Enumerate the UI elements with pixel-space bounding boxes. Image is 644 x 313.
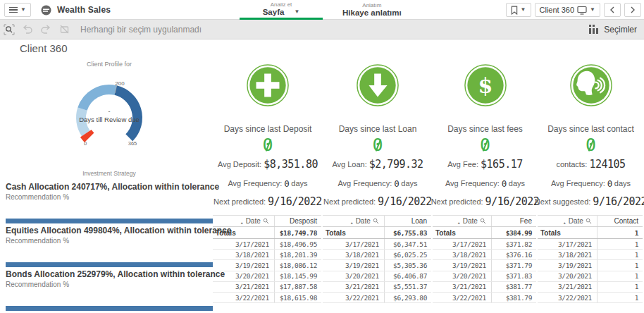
value-cell[interactable]: $371.79: [492, 262, 536, 269]
selections-tool-button[interactable]: Seçimler: [588, 25, 644, 35]
date-cell[interactable]: 3/21/2021: [323, 282, 385, 292]
data-table[interactable]: ▲ Date Contact Totals 1: [538, 215, 643, 303]
date-cell[interactable]: 3/20/2021: [323, 271, 385, 281]
value-cell[interactable]: 1: [597, 262, 643, 269]
value-cell[interactable]: $18,496.95: [275, 240, 321, 248]
value-column-header[interactable]: Contact: [597, 217, 643, 225]
table-row[interactable]: 3/22/2021 1: [538, 293, 643, 303]
bookmarks-button[interactable]: ▼: [506, 3, 531, 17]
allocation-item[interactable]: Cash Allocation 240717%, Allocation with…: [6, 182, 214, 226]
value-column-header[interactable]: Fee: [492, 217, 536, 225]
date-cell[interactable]: 3/17/2021: [323, 239, 385, 249]
date-cell[interactable]: 3/19/2021: [538, 260, 597, 270]
step-forward-button[interactable]: [37, 20, 55, 39]
table-row[interactable]: 3/21/2021 $17,887.58: [213, 282, 321, 293]
table-row[interactable]: 3/19/2021 $18,086.12: [213, 260, 321, 271]
table-row[interactable]: 3/22/2021 $18,615.98: [213, 293, 321, 303]
clear-selections-button[interactable]: [55, 20, 73, 39]
allocation-item[interactable]: Equities Allocation 499804%, Allocation …: [6, 226, 214, 269]
table-row[interactable]: 3/19/2021 $5,305.36: [323, 260, 431, 271]
data-table[interactable]: ▲ Date Fee Totals $384.99: [433, 215, 536, 303]
table-row[interactable]: 3/17/2021 $371.82: [433, 239, 536, 250]
table-row[interactable]: 3/22/2021 $381.79: [433, 293, 536, 303]
global-menu-button[interactable]: ▼: [4, 3, 31, 17]
step-back-button[interactable]: [18, 20, 37, 39]
table-row[interactable]: 3/19/2021 1: [538, 260, 643, 271]
date-cell[interactable]: 3/19/2021: [213, 260, 275, 270]
table-row[interactable]: 3/21/2021 $381.77: [433, 282, 536, 293]
date-cell[interactable]: 3/21/2021: [213, 282, 275, 292]
next-sheet-button[interactable]: [624, 3, 641, 17]
date-column-header[interactable]: Date: [356, 217, 371, 225]
data-table[interactable]: ▲ Date Desposit Totals $18,749.78: [213, 215, 321, 303]
value-cell[interactable]: $6,347.51: [385, 240, 431, 248]
table-row[interactable]: 3/18/2021 1: [538, 250, 643, 260]
value-cell[interactable]: 1: [597, 251, 643, 259]
table-row[interactable]: 3/21/2021 $5,551.37: [323, 282, 431, 293]
date-cell[interactable]: 3/20/2021: [433, 271, 492, 281]
value-cell[interactable]: $18,145.99: [275, 272, 321, 280]
date-cell[interactable]: 3/17/2021: [433, 239, 492, 249]
table-row[interactable]: 3/18/2021 $6,025.25: [323, 250, 431, 260]
table-row[interactable]: 3/17/2021 $18,496.95: [213, 239, 321, 250]
date-cell[interactable]: 3/22/2021: [213, 293, 275, 302]
value-cell[interactable]: $17,887.58: [275, 283, 321, 290]
date-column-header[interactable]: Date: [463, 217, 478, 225]
value-cell[interactable]: 1: [597, 272, 643, 280]
value-cell[interactable]: $371.82: [492, 240, 536, 248]
value-cell[interactable]: $18,086.12: [275, 262, 321, 269]
value-cell[interactable]: $371.83: [492, 272, 536, 280]
date-cell[interactable]: 3/18/2021: [433, 250, 492, 259]
value-cell[interactable]: $6,025.25: [385, 251, 431, 259]
date-cell[interactable]: 3/21/2021: [433, 282, 492, 292]
date-cell[interactable]: 3/22/2021: [323, 293, 385, 302]
column-search-icon[interactable]: [373, 218, 379, 224]
value-column-header[interactable]: Desposit: [275, 217, 321, 225]
value-cell[interactable]: $5,551.37: [385, 283, 431, 290]
table-row[interactable]: 3/20/2021 $371.83: [433, 271, 536, 282]
value-cell[interactable]: $18,615.98: [275, 294, 321, 302]
value-cell[interactable]: $381.79: [492, 294, 536, 302]
date-cell[interactable]: 3/17/2021: [213, 239, 275, 249]
column-search-icon[interactable]: [586, 218, 592, 224]
previous-sheet-button[interactable]: [604, 3, 621, 17]
table-row[interactable]: 3/21/2021 1: [538, 282, 643, 293]
table-row[interactable]: 3/18/2021 $376.16: [433, 250, 536, 260]
sheet-selector-button[interactable]: Client 360 ▼: [535, 3, 600, 17]
date-cell[interactable]: 3/18/2021: [213, 250, 275, 259]
table-row[interactable]: 3/20/2021 $6,406.87: [323, 271, 431, 282]
table-row[interactable]: 3/17/2021 $6,347.51: [323, 239, 431, 250]
date-column-header[interactable]: Date: [569, 217, 583, 225]
value-cell[interactable]: $18,201.39: [275, 251, 321, 259]
date-cell[interactable]: 3/18/2021: [323, 250, 385, 259]
value-cell[interactable]: $381.77: [492, 283, 536, 290]
value-cell[interactable]: $6,293.80: [385, 294, 431, 302]
date-cell[interactable]: 3/19/2021: [433, 260, 492, 270]
smart-search-button[interactable]: [0, 20, 18, 39]
days-till-review-gauge[interactable]: 200 0 365 - Days till Review due: [63, 78, 155, 149]
date-cell[interactable]: 3/18/2021: [538, 250, 597, 259]
date-cell[interactable]: 3/22/2021: [538, 293, 597, 302]
value-cell[interactable]: 1: [597, 283, 643, 290]
table-row[interactable]: 3/18/2021 $18,201.39: [213, 250, 321, 260]
table-row[interactable]: 3/20/2021 $18,145.99: [213, 271, 321, 282]
table-row[interactable]: 3/17/2021 1: [538, 239, 643, 250]
value-cell[interactable]: $6,406.87: [385, 272, 431, 280]
column-search-icon[interactable]: [480, 218, 486, 224]
allocation-item[interactable]: Bonds Allocation 252979%, Allocation wit…: [6, 269, 214, 313]
tab-storytelling[interactable]: Anlatım Hikaye anlatımı: [337, 0, 407, 20]
value-cell[interactable]: 1: [597, 240, 643, 248]
value-cell[interactable]: $376.16: [492, 251, 536, 259]
table-row[interactable]: 3/22/2021 $6,293.80: [323, 293, 431, 303]
date-cell[interactable]: 3/21/2021: [538, 282, 597, 292]
value-cell[interactable]: 1: [597, 294, 643, 302]
date-column-header[interactable]: Date: [246, 217, 261, 225]
tab-analyze-sheet[interactable]: Analiz et Sayfa ▼: [240, 0, 323, 20]
date-cell[interactable]: 3/17/2021: [538, 239, 597, 249]
value-cell[interactable]: $5,305.36: [385, 262, 431, 269]
table-row[interactable]: 3/19/2021 $371.79: [433, 260, 536, 271]
date-cell[interactable]: 3/20/2021: [538, 271, 597, 281]
date-cell[interactable]: 3/22/2021: [433, 293, 492, 302]
date-cell[interactable]: 3/19/2021: [323, 260, 385, 270]
data-table[interactable]: ▲ Date Loan Totals $6,755.83: [323, 215, 431, 303]
